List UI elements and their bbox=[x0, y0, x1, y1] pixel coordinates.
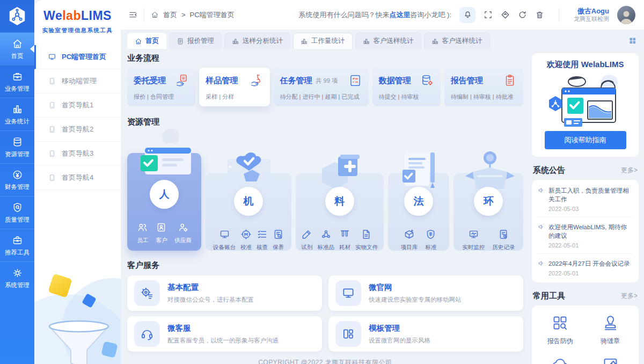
flow-card-sub: 报价 | 合同管理 bbox=[134, 93, 189, 101]
section-title-service: 客户服务 bbox=[127, 260, 523, 271]
service-card-desc: 配置客服专员，以统一的形象与客户沟通 bbox=[167, 337, 279, 345]
id-card-icon bbox=[156, 222, 167, 233]
people-illustration bbox=[129, 125, 200, 181]
theme-button[interactable] bbox=[501, 10, 510, 19]
sidebar-item-quality-mgmt[interactable]: 质量管理 bbox=[0, 196, 34, 229]
resource-item-realtime-monitor[interactable]: 实时监控 bbox=[462, 229, 485, 251]
resource-item-project-library[interactable]: 项目库 bbox=[401, 229, 418, 251]
service-card-micro-site[interactable]: 微官网 快速建设您实验室专属的移动网站 bbox=[328, 275, 523, 311]
breadcrumb-current: PC端管理首页 bbox=[190, 10, 235, 20]
breadcrumb: 首页 > PC端管理首页 bbox=[151, 10, 235, 20]
sidebar-item-resource-mgmt[interactable]: 资源管理 bbox=[0, 130, 34, 163]
resource-card-machine[interactable]: 机 设备账台 校准 核查 bbox=[206, 173, 291, 251]
layout-grid-button[interactable] bbox=[628, 37, 636, 45]
resource-card-material[interactable]: 料 试剂 标准品 耗材 bbox=[296, 173, 384, 251]
announcement-item[interactable]: 2022年4月27日 开会会议记录 2022-05-01 bbox=[538, 254, 633, 281]
resource-item-calibration[interactable]: 校准 bbox=[240, 229, 252, 251]
welablims-dashboard: 首页 业务管理 业务统计 资源管理 财务管理 质量管理 bbox=[0, 0, 644, 364]
sidebar-item-system-mgmt[interactable]: 系统管理 bbox=[0, 261, 34, 294]
resource-card-environment[interactable]: 环 实时监控 历史记录 bbox=[453, 173, 523, 251]
resource-letter-badge: 人 bbox=[150, 180, 179, 209]
flow-card-sub: 待提交 | 待审核 bbox=[379, 93, 434, 101]
resource-item-staff[interactable]: 员工 bbox=[137, 222, 148, 244]
tools-header: 常用工具 更多> bbox=[533, 291, 638, 301]
user-avatar[interactable] bbox=[617, 6, 635, 24]
sidebar-item-finance-mgmt[interactable]: 财务管理 bbox=[0, 163, 34, 196]
user-menu[interactable]: 傲古Aogu 龙腾互联检测 bbox=[574, 7, 609, 23]
brand-logo: WelabLIMS 实验室管理信息系统工具 bbox=[34, 0, 121, 42]
resource-item-equipment-ledger[interactable]: 设备账台 bbox=[213, 229, 236, 251]
submenu-item-nav1[interactable]: 首页导航1 bbox=[34, 93, 121, 118]
divider bbox=[559, 8, 559, 22]
service-icon-tile bbox=[134, 321, 160, 347]
cloud-sync-icon bbox=[551, 355, 569, 364]
service-card-basic-config[interactable]: 基本配置 对接微信公众号，进行基本配置 bbox=[127, 275, 322, 311]
tablet-icon bbox=[48, 173, 56, 182]
tab-workload-stats[interactable]: 工作量统计 bbox=[293, 33, 353, 49]
sidebar-item-label: 质量管理 bbox=[5, 216, 30, 224]
resource-item-history[interactable]: 历史记录 bbox=[492, 229, 515, 251]
submenu-item-label: 移动端管理 bbox=[62, 76, 97, 86]
sidebar-item-label: 财务管理 bbox=[5, 183, 30, 191]
resource-letter-badge: 料 bbox=[325, 187, 354, 216]
tab-customer-sample-stats-2[interactable]: 客户送样统计 bbox=[424, 33, 490, 49]
tool-paging-seal[interactable]: 骑缝章 bbox=[586, 314, 636, 346]
read-help-guide-button[interactable]: 阅读帮助指南 bbox=[545, 131, 626, 149]
resource-item-standard[interactable]: 标准 bbox=[425, 229, 436, 251]
tab-sample-analysis-stats[interactable]: 送样分析统计 bbox=[224, 33, 290, 49]
flow-card-title: 数据管理 bbox=[379, 76, 411, 86]
announcements-more-link[interactable]: 更多> bbox=[621, 166, 638, 175]
resource-items: 项目库 标准 bbox=[388, 229, 450, 251]
app-logo[interactable] bbox=[0, 0, 34, 32]
breadcrumb-separator: > bbox=[181, 11, 186, 19]
flow-card-task-mgmt[interactable]: 任务管理 共 99 项 待分配 | 进行中 | 超期 | 已完成 bbox=[274, 68, 369, 106]
flow-card-consignment[interactable]: 委托受理 报价 | 合同管理 bbox=[127, 68, 195, 106]
sidebar-item-business-stats[interactable]: 业务统计 bbox=[0, 98, 34, 130]
tool-standard-update[interactable]: 标准更新 bbox=[535, 355, 586, 364]
announcement-item[interactable]: 新员工入职，负责质量管理相关工作 2022-05-03 bbox=[538, 181, 633, 217]
flow-card-data-mgmt[interactable]: 数据管理 待提交 | 待审核 bbox=[372, 68, 441, 106]
sidebar-item-home[interactable]: 首页 bbox=[0, 32, 34, 65]
sidebar-item-recommended-tools[interactable]: 推荐工具 bbox=[0, 229, 34, 261]
submenu-item-nav2[interactable]: 首页导航2 bbox=[34, 118, 121, 142]
submenu-item-mobile-mgmt[interactable]: 移动端管理 bbox=[34, 69, 121, 93]
home-icon bbox=[12, 38, 23, 49]
help-link[interactable]: 点这里 bbox=[389, 11, 410, 19]
resource-card-people[interactable]: 人 员工 客户 供应商 bbox=[127, 153, 201, 251]
collapse-menu-button[interactable] bbox=[128, 10, 137, 19]
service-card-micro-support[interactable]: 微客服 配置客服专员，以统一的形象与客户沟通 bbox=[127, 316, 322, 352]
submenu-item-pc-home[interactable]: PC端管理首页 bbox=[34, 45, 121, 69]
tool-report-antifake[interactable]: 报告防伪 bbox=[535, 314, 586, 346]
notifications-button[interactable] bbox=[459, 7, 475, 23]
submenu-item-nav4[interactable]: 首页导航4 bbox=[34, 166, 121, 190]
resource-item-customers[interactable]: 客户 bbox=[156, 222, 167, 244]
announcement-item[interactable]: 欢迎使用WelabLIMS, 期待你的建议 2022-05-01 bbox=[538, 217, 633, 254]
resource-item-reagents[interactable]: 试剂 bbox=[301, 229, 312, 251]
tab-home[interactable]: 首页 bbox=[127, 33, 166, 49]
theme-diamond-icon bbox=[501, 10, 510, 19]
breadcrumb-home[interactable]: 首页 bbox=[163, 10, 177, 20]
tools-more-link[interactable]: 更多> bbox=[621, 292, 638, 301]
resource-item-physical-docs[interactable]: 实物文件 bbox=[355, 229, 378, 251]
flow-card-report-mgmt[interactable]: 报告管理 待编制 | 待审核 | 待批准 bbox=[444, 68, 523, 106]
resource-item-consumables[interactable]: 耗材 bbox=[339, 229, 350, 251]
copyright-footer: COPYRIGHT @2022 龙腾互联科技有限公司 bbox=[127, 358, 523, 364]
resource-card-method[interactable]: 法 项目库 标准 bbox=[388, 173, 450, 251]
refresh-button[interactable] bbox=[518, 10, 527, 19]
resource-item-suppliers[interactable]: 供应商 bbox=[174, 222, 192, 244]
submenu-item-nav3[interactable]: 首页导航3 bbox=[34, 142, 121, 166]
service-card-template-mgmt[interactable]: 模板管理 设置微官网的显示风格 bbox=[328, 316, 523, 352]
flow-card-sample-mgmt[interactable]: 样品管理 采样 | 分样 bbox=[199, 68, 269, 106]
resource-item-verification[interactable]: 核查 bbox=[257, 229, 268, 251]
tool-system-mgmt[interactable]: 系统管理 bbox=[586, 355, 636, 364]
clear-cache-button[interactable] bbox=[535, 10, 544, 19]
fullscreen-button[interactable] bbox=[484, 10, 493, 19]
submenu-item-label: 首页导航4 bbox=[62, 173, 93, 183]
brand-subtitle: 实验室管理信息系统工具 bbox=[34, 27, 121, 34]
tab-customer-sample-stats[interactable]: 客户送样统计 bbox=[355, 33, 421, 49]
briefcase-icon bbox=[12, 71, 23, 82]
resource-item-standards[interactable]: 标准品 bbox=[317, 229, 334, 251]
sidebar-item-business-mgmt[interactable]: 业务管理 bbox=[0, 65, 34, 98]
tab-quotation-mgmt[interactable]: 报价管理 bbox=[169, 33, 222, 49]
resource-item-maintenance[interactable]: 保养 bbox=[273, 229, 284, 251]
